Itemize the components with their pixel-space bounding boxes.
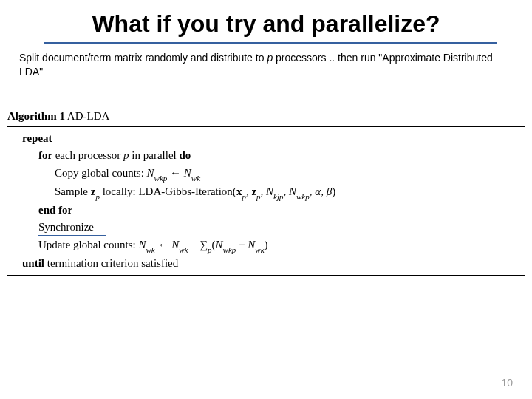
sample-prefix: Sample [55, 185, 91, 197]
kw-for: for [38, 149, 55, 161]
update-pclose: ) [265, 239, 268, 250]
sync-underline [38, 235, 106, 236]
copy-prefix: Copy global counts: [55, 167, 147, 179]
update-minus: − [236, 239, 248, 250]
sample-alpha: α [315, 185, 321, 197]
algo-line-sync: Synchronize [22, 219, 532, 236]
algo-line-update: Update global counts: Nwk ← Nwk + ∑p(Nwk… [22, 236, 532, 255]
sample-mid: locally: LDA-Gibbs-Iteration( [100, 185, 236, 197]
for-text: each processor [55, 149, 123, 161]
update-plus: + [188, 239, 200, 250]
subtitle-p-var: p [267, 52, 273, 64]
kw-do: do [180, 149, 191, 161]
algo-rule-bot [7, 275, 525, 276]
kw-repeat: repeat [22, 132, 52, 144]
slide-title: What if you try and parallelize? [0, 0, 532, 41]
for-p: p [123, 149, 129, 161]
copy-arrow: ← [167, 167, 184, 179]
sample-n2-sub: wkp [296, 192, 310, 201]
sync-text: Synchronize [38, 221, 94, 233]
algo-line-copy: Copy global counts: Nwkp ← Nwk [22, 165, 532, 183]
algo-line-for: for each processor p in parallel do [22, 147, 532, 164]
update-n1-sub: wkp [223, 245, 236, 254]
update-sum: ∑ [200, 239, 208, 250]
slide-subtitle: Split document/term matrix randomly and … [0, 44, 532, 79]
update-lhs: N [138, 239, 146, 250]
for-mid: in parallel [129, 149, 180, 161]
until-text: termination criterion satisfied [47, 257, 178, 269]
update-arrow: ← [155, 239, 172, 250]
update-n1: N [216, 239, 223, 250]
algo-line-sample: Sample zp locally: LDA-Gibbs-Iteration(x… [22, 183, 532, 202]
algo-line-repeat: repeat [22, 130, 532, 147]
sample-z2-sub: p [256, 192, 261, 201]
sample-z-sub: p [95, 192, 100, 201]
algo-line-endfor: end for [22, 202, 532, 219]
algo-body: repeat for each processor p in parallel … [0, 127, 532, 275]
sample-n1-sub: kjp [273, 192, 283, 201]
copy-lhs: N [147, 167, 154, 179]
update-rhs1-sub: wk [179, 245, 188, 254]
sample-c2: , [261, 185, 267, 197]
sample-close: ) [332, 185, 335, 197]
update-n2: N [248, 239, 255, 250]
subtitle-part1: Split document/term matrix randomly and … [19, 52, 267, 64]
update-lhs-sub: wk [146, 245, 154, 254]
kw-endfor: end for [38, 204, 72, 216]
algorithm-block: Algorithm 1 AD-LDA repeat for each proce… [0, 106, 532, 276]
sample-c3: , [284, 185, 290, 197]
copy-rhs-sub: wk [191, 174, 200, 183]
algo-line-until: until termination criterion satisfied [22, 255, 532, 272]
algo-label: Algorithm 1 AD-LDA [0, 106, 532, 126]
algo-label-name: AD-LDA [65, 110, 109, 122]
copy-rhs: N [184, 167, 191, 179]
kw-until: until [22, 257, 47, 269]
sample-c5: , [321, 185, 327, 197]
copy-lhs-sub: wkp [154, 174, 168, 183]
algo-label-prefix: Algorithm 1 [7, 110, 65, 122]
update-rhs1: N [171, 239, 179, 250]
update-prefix: Update global counts: [38, 239, 138, 250]
sample-beta: β [327, 185, 332, 197]
update-sum-sub: p [208, 245, 212, 254]
sync-wrap: Synchronize [38, 219, 106, 236]
sample-x-sub: p [242, 192, 246, 201]
slide: What if you try and parallelize? Split d… [0, 0, 532, 399]
sample-n2: N [289, 185, 296, 197]
page-number: 10 [501, 377, 513, 389]
sample-n1: N [266, 185, 273, 197]
update-n2-sub: wk [255, 245, 264, 254]
